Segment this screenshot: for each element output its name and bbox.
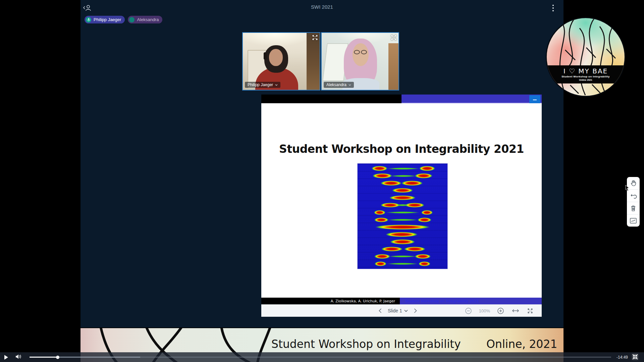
webcam-name-dropdown[interactable]: Philipp Jaeger — [245, 82, 280, 88]
clear-annotations-button[interactable] — [627, 202, 640, 214]
whiteboard-canvas[interactable]: Student Workshop on Integrability 2021 — [261, 103, 542, 298]
undo-icon — [630, 192, 637, 199]
speaker-name: Aleksandra — [137, 17, 159, 22]
logo-title: I ♡ MY BAE — [564, 68, 608, 74]
fit-to-width-button[interactable] — [511, 308, 520, 313]
speaker-name: Philipp Jaeger — [94, 17, 121, 22]
slide-title: Student Workshop on Integrability 2021 — [261, 142, 542, 156]
heatmap-image — [357, 163, 448, 269]
webcam-name-dropdown[interactable]: Aleksandra — [324, 82, 354, 88]
talking-indicator-aleksandra[interactable]: Aleksandra — [128, 16, 162, 23]
fullscreen-presentation-button[interactable] — [527, 307, 534, 314]
speaker-icon — [15, 354, 21, 359]
fullscreen-webcam-icon[interactable] — [312, 35, 318, 41]
heatmap-row — [359, 238, 446, 246]
logo-edition: Online 2021 — [579, 79, 592, 81]
heatmap-row — [359, 224, 446, 231]
remaining-time: -14:49 — [616, 355, 628, 360]
logo-subtitle: Student Workshop on Integrability — [561, 75, 610, 78]
slide-header-black — [261, 95, 401, 103]
presentation-toolbar: Slide 1 100% — [261, 304, 542, 317]
heatmap-row — [359, 165, 446, 172]
fullscreen-webcam-icon[interactable] — [391, 35, 397, 41]
chevron-down-icon — [275, 84, 278, 86]
heatmap-row — [359, 209, 446, 216]
workshop-logo: I ♡ MY BAE Student Workshop on Integrabi… — [547, 18, 625, 96]
hand-icon — [630, 180, 637, 187]
fullscreen-compress-icon — [632, 354, 638, 360]
microphone-icon — [86, 17, 91, 22]
slide-footer-bar: A. Ziolkowska, A. Urichuk, P. Jaeger Stu… — [261, 298, 542, 304]
chevron-left-icon — [379, 308, 382, 313]
play-button[interactable] — [4, 355, 9, 360]
volume-button[interactable] — [15, 354, 21, 360]
slide-header-bar — [261, 95, 542, 103]
played-progress — [30, 357, 58, 358]
chevron-right-icon — [414, 308, 417, 313]
logo-text-band: I ♡ MY BAE Student Workshop on Integrabi… — [547, 65, 625, 83]
webcam-name: Aleksandra — [326, 82, 346, 87]
smart-shape-tool-button[interactable] — [627, 214, 640, 227]
banner-title: Student Workshop on Integrability — [271, 338, 461, 351]
talking-indicators: Philipp Jaeger Aleksandra — [85, 16, 162, 23]
zoom-value: 100% — [479, 308, 490, 313]
video-frame: SWI 2021 Philipp Jaeger Aleksandra — [0, 0, 644, 362]
heatmap-row — [359, 201, 446, 209]
play-icon — [4, 355, 8, 360]
heatmap-row — [359, 172, 446, 180]
muted-avatar-dot — [129, 17, 135, 22]
player-fullscreen-button[interactable] — [632, 354, 638, 361]
zoom-out-button[interactable] — [465, 307, 472, 315]
seek-bar[interactable] — [30, 357, 611, 358]
presentation-area: Student Workshop on Integrability 2021 A… — [261, 95, 542, 317]
trash-icon — [630, 205, 637, 212]
seek-handle[interactable] — [56, 356, 59, 359]
heatmap-row — [359, 245, 446, 253]
whiteboard-toolbar — [627, 177, 640, 227]
heatmap-row — [359, 187, 446, 194]
heatmap-row — [359, 253, 446, 260]
webcam-video — [322, 33, 398, 90]
slide-select-dropdown[interactable]: Slide 1 — [387, 307, 409, 314]
video-player-bar: -14:49 — [0, 352, 644, 362]
circle-minus-icon — [465, 308, 472, 314]
heatmap-row — [359, 180, 446, 187]
chevron-down-icon — [404, 310, 408, 312]
undo-annotation-button[interactable] — [627, 189, 640, 202]
slide-header-indigo — [401, 95, 542, 103]
next-slide-button[interactable] — [413, 308, 418, 314]
webcam-name: Philipp Jaeger — [248, 82, 273, 87]
webcam-video — [243, 33, 320, 90]
circle-plus-icon — [497, 308, 504, 314]
slide-authors: A. Ziolkowska, A. Urichuk, P. Jaeger — [261, 298, 400, 304]
heatmap-row — [359, 260, 446, 267]
zoom-in-button[interactable] — [497, 307, 504, 315]
braid-strands-decoration — [547, 18, 625, 96]
fit-width-icon — [512, 309, 519, 313]
heatmap-row — [359, 231, 446, 238]
banner-subtitle: Online, 2021 — [486, 338, 557, 351]
webcam-philipp: Philipp Jaeger — [242, 32, 320, 90]
heatmap-row — [359, 216, 446, 224]
hand-tool-button[interactable] — [627, 177, 640, 189]
options-menu-button[interactable] — [549, 4, 557, 12]
line-chart-icon — [630, 218, 637, 224]
slide-label: Slide 1 — [388, 308, 402, 313]
previous-slide-button[interactable] — [378, 308, 382, 314]
talking-indicator-philipp[interactable]: Philipp Jaeger — [85, 16, 125, 23]
fullscreen-icon — [527, 308, 533, 314]
minus-icon — [533, 100, 537, 100]
chevron-down-icon — [348, 84, 351, 86]
page-title: SWI 2021 — [80, 4, 564, 10]
webcam-aleksandra: Aleksandra — [321, 32, 399, 90]
webcam-area: Philipp Jaeger Aleksandra — [242, 32, 399, 90]
slide-footer-text: Student Workshop on Integrability 2021 — [400, 298, 542, 304]
meeting-content: SWI 2021 Philipp Jaeger Aleksandra — [80, 0, 564, 327]
heatmap-row — [359, 194, 446, 201]
